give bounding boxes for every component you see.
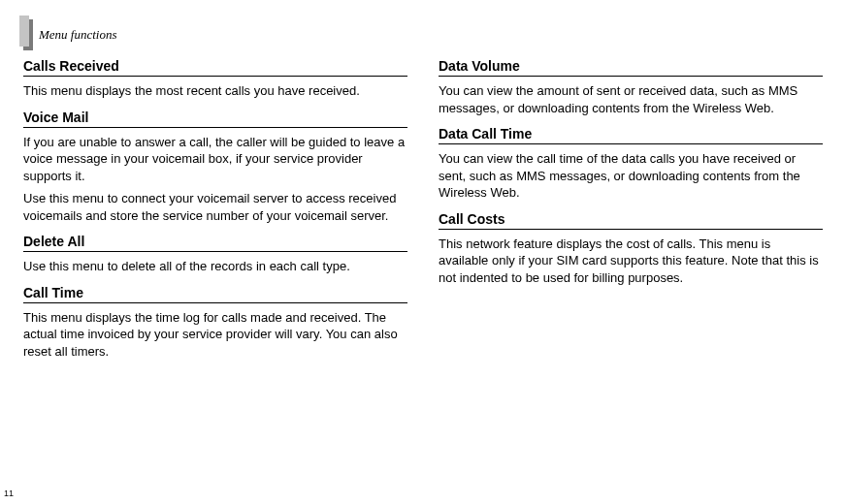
page-number: 11	[4, 488, 14, 498]
section-title: Delete All	[23, 234, 407, 252]
section-calls-received: Calls Received This menu displays the mo…	[23, 58, 407, 100]
section-body: If you are unable to answer a call, the …	[23, 134, 407, 225]
header-accent-bar	[23, 19, 33, 50]
paragraph: This menu displays the most recent calls…	[23, 82, 407, 100]
section-title: Data Volume	[439, 58, 823, 77]
section-call-costs: Call Costs This network feature displays…	[439, 211, 823, 287]
header-title: Menu functions	[39, 27, 117, 43]
section-body: This menu displays the time log for call…	[23, 309, 407, 361]
section-body: This menu displays the most recent calls…	[23, 82, 407, 100]
right-column: Data Volume You can view the amount of s…	[439, 58, 823, 369]
paragraph: If you are unable to answer a call, the …	[23, 134, 407, 185]
section-body: Use this menu to delete all of the recor…	[23, 258, 407, 275]
section-title: Voice Mail	[23, 110, 407, 128]
paragraph: You can view the amount of sent or recei…	[439, 82, 823, 116]
paragraph: You can view the call time of the data c…	[439, 150, 823, 202]
section-data-call-time: Data Call Time You can view the call tim…	[439, 126, 823, 202]
paragraph: Use this menu to connect your voicemail …	[23, 190, 407, 224]
section-body: You can view the call time of the data c…	[439, 150, 823, 202]
section-data-volume: Data Volume You can view the amount of s…	[439, 58, 823, 116]
section-title: Call Time	[23, 285, 407, 303]
section-title: Call Costs	[439, 211, 823, 230]
section-delete-all: Delete All Use this menu to delete all o…	[23, 234, 407, 275]
paragraph: Use this menu to delete all of the recor…	[23, 258, 407, 275]
left-column: Calls Received This menu displays the mo…	[23, 58, 407, 369]
section-voice-mail: Voice Mail If you are unable to answer a…	[23, 110, 407, 225]
page-header: Menu functions	[23, 19, 823, 50]
section-body: This network feature displays the cost o…	[439, 236, 823, 287]
section-title: Data Call Time	[439, 126, 823, 144]
paragraph: This menu displays the time log for call…	[23, 309, 407, 361]
section-call-time: Call Time This menu displays the time lo…	[23, 285, 407, 361]
section-title: Calls Received	[23, 58, 407, 77]
content-columns: Calls Received This menu displays the mo…	[23, 58, 823, 369]
paragraph: This network feature displays the cost o…	[439, 236, 823, 287]
section-body: You can view the amount of sent or recei…	[439, 82, 823, 116]
